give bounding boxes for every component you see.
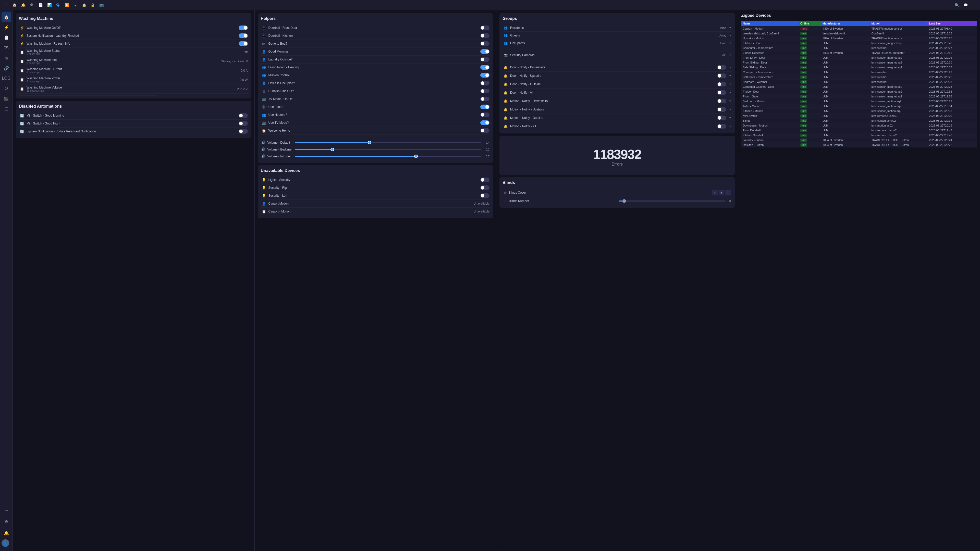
g-residents-expand[interactable]: ▾: [729, 26, 731, 30]
sidebar-item-map[interactable]: 🗺: [2, 43, 11, 52]
chat-nav-icon[interactable]: 💬: [962, 1, 969, 9]
g-motion-all-toggle[interactable]: [717, 124, 726, 129]
g-guests-expand[interactable]: ▾: [729, 34, 731, 37]
zigbee-cell-model: lumi.sensor_magnet.aq2: [870, 65, 928, 70]
h-gone-to-bed-toggle[interactable]: [480, 41, 490, 46]
h-good-morning-toggle[interactable]: [480, 49, 490, 54]
zigbee-cell-online: true: [799, 79, 821, 84]
g-door-all-expand[interactable]: ▾: [729, 91, 731, 94]
cloud-nav-icon[interactable]: ☁: [72, 1, 79, 9]
logbook-nav-icon[interactable]: 📄: [37, 1, 45, 9]
sidebar-item-bell[interactable]: 🔔: [2, 528, 11, 538]
sidebar-item-pencil[interactable]: ✏: [2, 506, 11, 515]
sidebar-item-energy[interactable]: ⚡: [2, 22, 11, 32]
ud-lights-security-icon: 💡: [261, 177, 266, 183]
user-avatar[interactable]: 👤: [2, 539, 9, 547]
zigbee-col-manufacturer: Manufacturer: [821, 21, 870, 26]
da-mini-night-toggle[interactable]: [239, 121, 248, 126]
sidebar-item-list[interactable]: ☰: [2, 104, 11, 114]
h-welcome-home-toggle[interactable]: [480, 128, 490, 133]
ud-carport-motion-label: Carport Motion: [269, 202, 472, 205]
ud-carport-motion-row: 👤 Carport Motion Unavailable: [261, 200, 490, 208]
h-office-occupied-toggle[interactable]: [480, 81, 490, 86]
more-nav-icon[interactable]: ⋮: [970, 1, 978, 9]
g-motion-upstairs-expand[interactable]: ▾: [729, 108, 731, 111]
ud-lights-security-toggle[interactable]: [480, 178, 490, 182]
h-mission-control-toggle[interactable]: [480, 73, 490, 78]
zigbee-cell-model: TRADFRI SHORTCUT Button: [870, 138, 928, 143]
panel-zigbee: Zigbee Devices Name Online Manufacturer …: [738, 10, 980, 551]
search-nav-icon[interactable]: 🔍: [953, 1, 961, 9]
sidebar-item-dev1[interactable]: ⊕: [2, 53, 11, 63]
g-door-downstairs-toggle[interactable]: [717, 65, 726, 70]
slider-volume-bedtime-track[interactable]: [295, 149, 482, 150]
blinds-up-button[interactable]: ↑: [712, 190, 718, 195]
g-door-downstairs-row: 🔔 Door - Notify - Downstairs ▾: [503, 63, 732, 72]
home-nav-icon[interactable]: 🏠: [11, 1, 18, 9]
download-nav-icon[interactable]: ⏬: [63, 1, 70, 9]
h-use-heaters-label: Use Heaters?: [269, 113, 479, 117]
weather-nav-icon[interactable]: 🌦: [54, 1, 62, 9]
sidebar-item-integrations[interactable]: 🔗: [2, 63, 11, 73]
g-door-outside-expand[interactable]: ▾: [729, 83, 731, 86]
wm-power-label: Washing Machine Power 6 hours ago: [27, 76, 238, 83]
blinds-stop-button[interactable]: ■: [719, 190, 724, 195]
slider-volume-default-track[interactable]: [295, 142, 482, 143]
zigbee-col-online: Online: [799, 21, 821, 26]
h-tv-mode-toggle[interactable]: [480, 97, 490, 101]
g-door-outside-toggle[interactable]: [717, 82, 726, 86]
h-doorbell-kitchen-toggle[interactable]: [480, 33, 490, 38]
wm-refresh-toggle[interactable]: [239, 41, 248, 46]
sidebar-item-settings[interactable]: ⚙: [2, 517, 11, 527]
g-motion-outside-expand[interactable]: ▾: [729, 116, 731, 120]
zigbee-row: Toilet - Motion true LUMI lumi.sensor_mo…: [741, 104, 977, 109]
h-living-room-heating-toggle[interactable]: [480, 65, 490, 70]
h-use-tv-mode-toggle[interactable]: [480, 121, 490, 125]
unavailable-devices-card: Unavailable Devices 💡 Lights - Security …: [258, 165, 493, 218]
h-use-heaters-toggle[interactable]: [480, 113, 490, 117]
da-sys-notify-toggle[interactable]: [239, 129, 248, 134]
g-residents-badge: Home: [719, 26, 726, 29]
zigbee-cell-manufacturer: LUMI: [821, 41, 870, 46]
da-mini-morning-toggle[interactable]: [239, 113, 248, 118]
blinds-down-button[interactable]: ↓: [725, 190, 731, 195]
sidebar-item-home[interactable]: 🏠: [2, 12, 11, 22]
g-motion-outside-toggle[interactable]: [717, 116, 726, 120]
panel-groups: Groups 👥 Residents Home ▾ 👥 Guests Away …: [496, 10, 738, 551]
sidebar-item-automations[interactable]: ⏱: [2, 84, 11, 94]
sidebar-item-history[interactable]: 📋: [2, 33, 11, 42]
g-door-downstairs-expand[interactable]: ▾: [729, 65, 731, 69]
wm-notification-toggle[interactable]: [239, 33, 248, 38]
online-badge: true: [800, 119, 807, 122]
g-occupants-expand[interactable]: ▾: [729, 41, 731, 45]
g-motion-downstairs-toggle[interactable]: [717, 99, 726, 103]
zigbee-cell-model: lumi.weather: [870, 70, 928, 75]
lock-nav-icon[interactable]: 🔒: [89, 1, 97, 9]
g-motion-downstairs-expand[interactable]: ▾: [729, 99, 731, 103]
slider-volume-intruder-value: 0.7: [484, 155, 490, 158]
tv-nav-icon[interactable]: 📺: [97, 1, 105, 9]
h-use-fans-toggle[interactable]: [480, 105, 490, 109]
history-nav-icon[interactable]: 📊: [45, 1, 53, 9]
home2-nav-icon[interactable]: 🏠: [80, 1, 88, 9]
ud-security-right-toggle[interactable]: [480, 186, 490, 190]
zigbee-cell-name: Desktop - Button: [741, 143, 799, 148]
sidebar-item-log[interactable]: LOG: [2, 73, 11, 83]
g-door-upstairs-toggle[interactable]: [717, 73, 726, 78]
g-motion-upstairs-toggle[interactable]: [717, 107, 726, 112]
h-laundry-outside-toggle[interactable]: [480, 57, 490, 62]
slider-volume-intruder-track[interactable]: [295, 156, 482, 157]
g-security-cameras-expand[interactable]: ▾: [729, 53, 731, 57]
alert-nav-icon[interactable]: 🔔: [19, 1, 27, 9]
ud-security-left-toggle[interactable]: [480, 193, 490, 198]
menu-icon[interactable]: ☰: [2, 1, 10, 9]
g-door-all-toggle[interactable]: [717, 90, 726, 95]
wm-on-off-toggle[interactable]: [239, 25, 248, 30]
blinds-number-slider[interactable]: [619, 200, 725, 202]
g-door-upstairs-expand[interactable]: ▾: [729, 74, 731, 78]
sidebar-item-scenes[interactable]: 🎬: [2, 94, 11, 103]
h-rubbish-bins-toggle[interactable]: [480, 89, 490, 94]
dashboard-nav-icon[interactable]: 🏛: [28, 1, 36, 9]
g-motion-all-expand[interactable]: ▾: [729, 124, 731, 128]
h-doorbell-front-toggle[interactable]: [480, 25, 490, 30]
